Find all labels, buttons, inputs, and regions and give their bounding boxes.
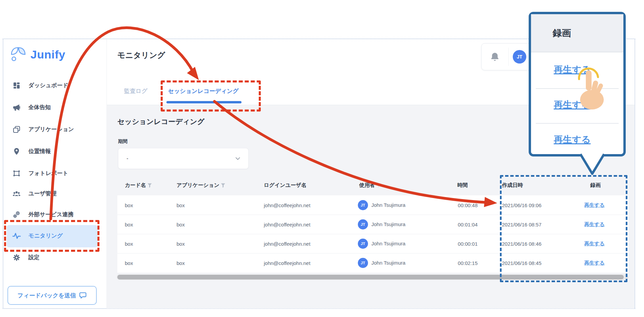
col-header-login-user: ログインユーザ名 xyxy=(264,182,306,189)
table-row: box box john@coffeejohn.net JT John Tsuj… xyxy=(117,253,628,272)
sidebar-divider xyxy=(107,39,107,308)
sidebar-item-photo-report[interactable]: フォトレポート xyxy=(3,165,101,181)
user-name: John Tsujimura xyxy=(371,202,406,208)
screenshot-canvas: Junify ダッシュボード 全体告知 xyxy=(0,0,644,317)
cell-login-user: john@coffeejohn.net xyxy=(264,260,310,266)
col-header-recording: 録画 xyxy=(590,182,601,189)
cell-application: box xyxy=(177,202,185,208)
gear-icon xyxy=(12,253,21,262)
chevron-down-icon xyxy=(235,157,240,160)
applications-icon xyxy=(12,125,21,133)
cell-user: JT John Tsujimura xyxy=(358,239,406,249)
table-row: box box john@coffeejohn.net JT John Tsuj… xyxy=(117,215,628,234)
send-feedback-button[interactable]: フィードバックを送信 xyxy=(7,286,97,305)
speech-bubble-icon xyxy=(79,292,87,299)
horizontal-scrollbar-thumb[interactable] xyxy=(117,275,624,279)
waveform-icon xyxy=(12,232,21,240)
cell-user: JT John Tsujimura xyxy=(358,219,406,229)
tab-audit-log[interactable]: 監査ログ xyxy=(124,87,147,95)
sidebar-item-settings[interactable]: 設定 xyxy=(3,249,101,266)
tab-session-recording[interactable]: セッションレコーディング xyxy=(168,87,238,95)
callout-divider xyxy=(536,88,619,89)
sidebar-item-announcements[interactable]: 全体告知 xyxy=(3,99,101,116)
callout-play-link[interactable]: 再生する xyxy=(554,64,591,76)
sidebar-item-label: アプリケーション xyxy=(28,126,74,133)
cell-created: 2021/06/16 08:45 xyxy=(502,260,542,266)
callout-play-link[interactable]: 再生する xyxy=(554,133,591,146)
sidebar-item-label: 外部サービス連携 xyxy=(28,211,73,218)
photo-report-icon xyxy=(12,169,21,177)
session-table: box box john@coffeejohn.net JT John Tsuj… xyxy=(117,195,628,273)
play-link[interactable]: 再生する xyxy=(584,240,605,247)
callout-divider xyxy=(536,123,619,124)
sidebar-item-label: ダッシュボード xyxy=(28,82,68,89)
dashboard-icon xyxy=(12,81,21,90)
col-header-label: 作成日時 xyxy=(502,182,523,189)
page-title: モニタリング xyxy=(117,50,165,60)
cell-login-user: john@coffeejohn.net xyxy=(264,221,310,227)
sidebar-item-label: 設定 xyxy=(28,254,40,261)
sidebar-item-dashboard[interactable]: ダッシュボード xyxy=(3,77,101,94)
sidebar-item-label: フォトレポート xyxy=(28,170,68,177)
cell-card-name: box xyxy=(125,221,133,227)
feedback-label: フィードバックを送信 xyxy=(18,292,76,299)
cell-login-user: john@coffeejohn.net xyxy=(264,202,310,208)
avatar: JT xyxy=(358,239,368,249)
table-row: box box john@coffeejohn.net JT John Tsuj… xyxy=(117,195,628,215)
sidebar-item-monitoring[interactable]: モニタリング xyxy=(3,228,101,244)
user-name: John Tsujimura xyxy=(371,260,406,266)
sidebar-item-label: 全体告知 xyxy=(28,104,51,111)
avatar-initials: JT xyxy=(361,242,365,246)
col-header-application[interactable]: アプリケーション xyxy=(177,182,225,189)
avatar: JT xyxy=(358,258,368,268)
cell-application: box xyxy=(177,260,185,266)
cell-card-name: box xyxy=(125,241,133,246)
sidebar: Junify ダッシュボード 全体告知 xyxy=(3,39,107,308)
gears-icon xyxy=(12,211,21,219)
filter-funnel-icon[interactable] xyxy=(147,183,152,188)
col-header-label: ログインユーザ名 xyxy=(264,182,306,189)
cell-created: 2021/06/16 09:06 xyxy=(502,202,542,208)
app-logo: Junify xyxy=(9,45,65,64)
cell-time: 00:00:01 xyxy=(450,241,478,246)
play-link[interactable]: 再生する xyxy=(584,202,605,208)
col-header-created: 作成日時 xyxy=(502,182,523,189)
col-header-label: 録画 xyxy=(590,182,601,189)
cell-card-name: box xyxy=(125,260,133,266)
user-avatar[interactable]: JT xyxy=(513,50,526,64)
period-label: 期間 xyxy=(118,139,128,145)
active-tab-underline xyxy=(166,101,242,103)
avatar-initials: JT xyxy=(361,222,365,226)
callout-header-label: 録画 xyxy=(553,27,571,39)
notification-bell-icon[interactable] xyxy=(490,52,500,62)
sidebar-item-location[interactable]: 位置情報 xyxy=(3,143,101,160)
play-link[interactable]: 再生する xyxy=(584,260,605,266)
callout-play-link[interactable]: 再生する xyxy=(554,99,591,111)
filter-funnel-icon-faint[interactable] xyxy=(376,183,381,188)
cell-application: box xyxy=(177,241,185,246)
col-header-label: アプリケーション xyxy=(177,182,220,189)
filter-funnel-icon[interactable] xyxy=(221,183,225,188)
sidebar-item-label: モニタリング xyxy=(28,232,63,240)
recording-callout: 録画 再生する 再生する 再生する xyxy=(529,12,626,156)
avatar-initials: JT xyxy=(361,203,365,207)
period-select[interactable]: - xyxy=(118,148,249,169)
col-header-card[interactable]: カード名 xyxy=(125,182,152,189)
cell-application: box xyxy=(177,221,185,227)
col-header-user[interactable]: 使用者 xyxy=(359,182,381,189)
cell-card-name: box xyxy=(125,202,133,208)
sidebar-item-external-services[interactable]: 外部サービス連携 xyxy=(3,206,101,223)
megaphone-icon xyxy=(12,103,21,112)
cell-time: 00:00:48 xyxy=(450,202,478,208)
col-header-label: 使用者 xyxy=(359,182,375,189)
avatar: JT xyxy=(358,200,368,210)
section-title: セッションレコーディング xyxy=(117,117,204,126)
sidebar-item-user-management[interactable]: ユーザ管理 xyxy=(3,186,101,202)
logo-leaf-icon xyxy=(9,45,27,64)
sidebar-item-applications[interactable]: アプリケーション xyxy=(3,121,101,138)
sidebar-item-label: 位置情報 xyxy=(28,148,51,155)
play-link[interactable]: 再生する xyxy=(584,221,605,227)
cell-user: JT John Tsujimura xyxy=(358,258,406,268)
period-select-value: - xyxy=(127,155,128,162)
location-pin-icon xyxy=(12,147,21,155)
